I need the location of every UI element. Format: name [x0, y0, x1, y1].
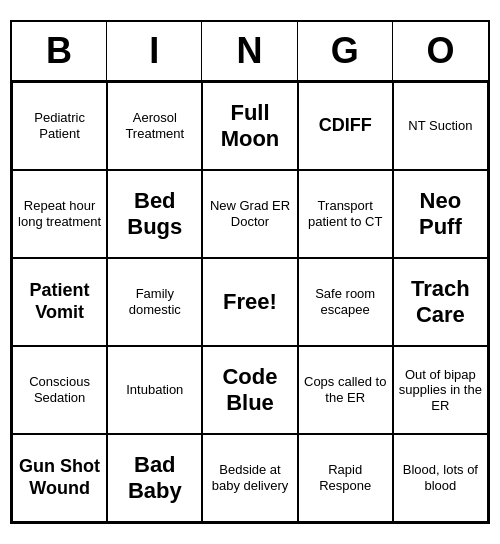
- bingo-cell-text-23: Rapid Respone: [303, 462, 388, 493]
- bingo-cell-text-20: Gun Shot Wound: [17, 456, 102, 499]
- bingo-cell-text-10: Patient Vomit: [17, 280, 102, 323]
- bingo-cell-text-22: Bedside at baby delivery: [207, 462, 292, 493]
- header-letter-i: I: [107, 22, 202, 80]
- bingo-cell-14[interactable]: Trach Care: [393, 258, 488, 346]
- bingo-cell-13[interactable]: Safe room escapee: [298, 258, 393, 346]
- bingo-cell-23[interactable]: Rapid Respone: [298, 434, 393, 522]
- bingo-cell-8[interactable]: Transport patient to CT: [298, 170, 393, 258]
- bingo-cell-20[interactable]: Gun Shot Wound: [12, 434, 107, 522]
- bingo-cell-9[interactable]: Neo Puff: [393, 170, 488, 258]
- bingo-cell-text-7: New Grad ER Doctor: [207, 198, 292, 229]
- header-letter-b: B: [12, 22, 107, 80]
- bingo-cell-text-11: Family domestic: [112, 286, 197, 317]
- bingo-cell-3[interactable]: CDIFF: [298, 82, 393, 170]
- header-letter-o: O: [393, 22, 488, 80]
- bingo-cell-18[interactable]: Cops called to the ER: [298, 346, 393, 434]
- bingo-cell-16[interactable]: Intubation: [107, 346, 202, 434]
- bingo-cell-text-8: Transport patient to CT: [303, 198, 388, 229]
- bingo-cell-11[interactable]: Family domestic: [107, 258, 202, 346]
- bingo-cell-12[interactable]: Free!: [202, 258, 297, 346]
- bingo-cell-text-24: Blood, lots of blood: [398, 462, 483, 493]
- bingo-cell-text-0: Pediatric Patient: [17, 110, 102, 141]
- header-letter-g: G: [298, 22, 393, 80]
- bingo-header: BINGO: [12, 22, 488, 82]
- bingo-grid: Pediatric PatientAerosol TreatmentFull M…: [12, 82, 488, 522]
- bingo-cell-text-3: CDIFF: [319, 115, 372, 137]
- bingo-cell-text-21: Bad Baby: [112, 452, 197, 505]
- bingo-card: BINGO Pediatric PatientAerosol Treatment…: [10, 20, 490, 524]
- bingo-cell-text-5: Repeat hour long treatment: [17, 198, 102, 229]
- bingo-cell-text-13: Safe room escapee: [303, 286, 388, 317]
- bingo-cell-text-15: Conscious Sedation: [17, 374, 102, 405]
- bingo-cell-text-18: Cops called to the ER: [303, 374, 388, 405]
- bingo-cell-19[interactable]: Out of bipap supplies in the ER: [393, 346, 488, 434]
- bingo-cell-text-17: Code Blue: [207, 364, 292, 417]
- bingo-cell-text-9: Neo Puff: [398, 188, 483, 241]
- bingo-cell-text-14: Trach Care: [398, 276, 483, 329]
- bingo-cell-text-6: Bed Bugs: [112, 188, 197, 241]
- bingo-cell-17[interactable]: Code Blue: [202, 346, 297, 434]
- bingo-cell-text-1: Aerosol Treatment: [112, 110, 197, 141]
- bingo-cell-21[interactable]: Bad Baby: [107, 434, 202, 522]
- bingo-cell-24[interactable]: Blood, lots of blood: [393, 434, 488, 522]
- bingo-cell-4[interactable]: NT Suction: [393, 82, 488, 170]
- bingo-cell-7[interactable]: New Grad ER Doctor: [202, 170, 297, 258]
- bingo-cell-text-16: Intubation: [126, 382, 183, 398]
- bingo-cell-1[interactable]: Aerosol Treatment: [107, 82, 202, 170]
- bingo-cell-5[interactable]: Repeat hour long treatment: [12, 170, 107, 258]
- bingo-cell-0[interactable]: Pediatric Patient: [12, 82, 107, 170]
- bingo-cell-text-19: Out of bipap supplies in the ER: [398, 367, 483, 414]
- bingo-cell-text-4: NT Suction: [408, 118, 472, 134]
- bingo-cell-22[interactable]: Bedside at baby delivery: [202, 434, 297, 522]
- bingo-cell-text-2: Full Moon: [207, 100, 292, 153]
- header-letter-n: N: [202, 22, 297, 80]
- bingo-cell-2[interactable]: Full Moon: [202, 82, 297, 170]
- bingo-cell-text-12: Free!: [223, 289, 277, 315]
- bingo-cell-6[interactable]: Bed Bugs: [107, 170, 202, 258]
- bingo-cell-15[interactable]: Conscious Sedation: [12, 346, 107, 434]
- bingo-cell-10[interactable]: Patient Vomit: [12, 258, 107, 346]
